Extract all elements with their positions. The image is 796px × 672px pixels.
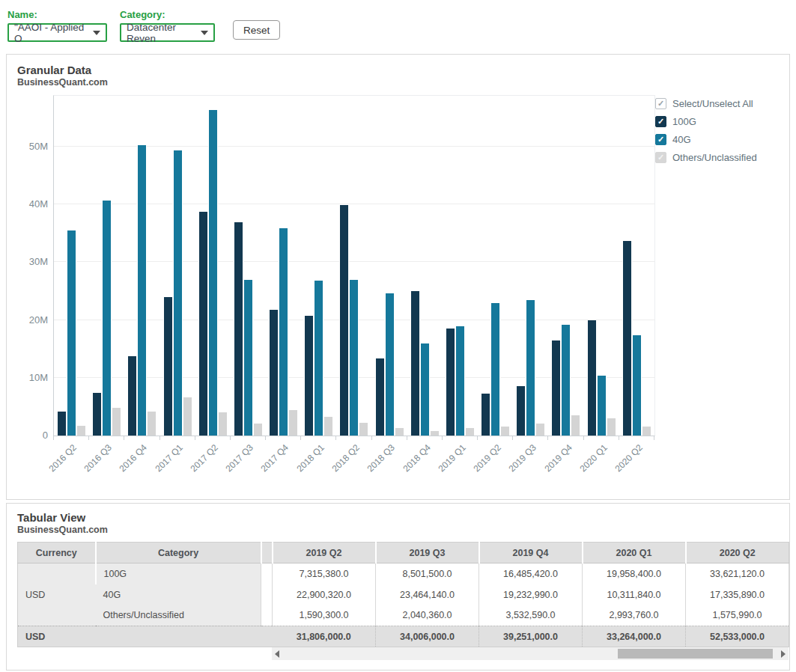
category-select-value: Datacenter Reven bbox=[127, 22, 196, 44]
bar-40g-2018-q1[interactable] bbox=[314, 281, 323, 436]
checkbox-icon: ✓ bbox=[655, 152, 666, 163]
bar-others-unclassified-2017-q4[interactable] bbox=[288, 410, 298, 436]
scroll-left-icon[interactable] bbox=[275, 650, 279, 658]
footer-total: 31,806,000.0 bbox=[273, 626, 376, 647]
bar-others-unclassified-2016-q2[interactable] bbox=[76, 426, 86, 436]
bar-40g-2018-q2[interactable] bbox=[349, 280, 359, 436]
x-axis-label-cell: 2019 Q4 bbox=[549, 436, 584, 478]
scrollbar-thumb[interactable] bbox=[618, 649, 773, 659]
bar-40g-2016-q4[interactable] bbox=[137, 145, 147, 436]
bar-100g-2019-q1[interactable] bbox=[446, 329, 455, 436]
bar-100g-2020-q1[interactable] bbox=[587, 320, 597, 436]
bar-100g-2018-q2[interactable] bbox=[339, 205, 349, 436]
legend-label: 100G bbox=[672, 116, 696, 127]
bar-group-2016-q2 bbox=[54, 96, 89, 436]
bar-others-unclassified-2019-q2[interactable] bbox=[500, 427, 510, 436]
bar-100g-2018-q1[interactable] bbox=[304, 316, 314, 436]
bar-100g-2019-q3[interactable] bbox=[516, 386, 526, 436]
bar-100g-2016-q4[interactable] bbox=[127, 356, 137, 436]
bar-others-unclassified-2019-q4[interactable] bbox=[571, 415, 580, 436]
legend-item-40g[interactable]: ✓40G bbox=[655, 134, 779, 145]
legend-item-others-unclassified[interactable]: ✓Others/Unclassified bbox=[655, 152, 779, 163]
bar-others-unclassified-2018-q1[interactable] bbox=[323, 417, 333, 436]
cell-value: 2,040,360.0 bbox=[376, 605, 479, 626]
cell-value: 3,532,590.0 bbox=[479, 605, 583, 626]
bar-group-2019-q1 bbox=[443, 96, 478, 436]
bar-40g-2019-q4[interactable] bbox=[561, 325, 571, 436]
cell-value: 8,501,500.0 bbox=[376, 563, 479, 584]
bar-100g-2019-q2[interactable] bbox=[481, 394, 490, 436]
bar-100g-2017-q1[interactable] bbox=[163, 297, 173, 436]
bar-40g-2016-q2[interactable] bbox=[67, 230, 76, 436]
y-axis-label: 30M bbox=[18, 256, 48, 267]
bar-40g-2017-q1[interactable] bbox=[173, 150, 183, 436]
bar-100g-2017-q2[interactable] bbox=[198, 212, 208, 436]
name-select[interactable]: "AAOI - Applied O bbox=[7, 23, 107, 42]
bar-40g-2016-q3[interactable] bbox=[102, 201, 112, 436]
bar-100g-2016-q3[interactable] bbox=[92, 393, 102, 436]
bar-others-unclassified-2020-q2[interactable] bbox=[642, 427, 651, 436]
bar-others-unclassified-2019-q3[interactable] bbox=[535, 424, 545, 436]
bar-others-unclassified-2017-q1[interactable] bbox=[183, 397, 192, 436]
footer-currency: USD bbox=[18, 626, 96, 647]
x-axis-label-cell: 2018 Q4 bbox=[407, 436, 443, 478]
bar-100g-2020-q2[interactable] bbox=[622, 241, 632, 436]
scroll-right-icon[interactable] bbox=[781, 650, 786, 658]
cell-value: 7,315,380.0 bbox=[273, 563, 376, 584]
bar-40g-2019-q3[interactable] bbox=[526, 300, 535, 436]
bar-group-2016-q3 bbox=[89, 96, 124, 436]
bar-40g-2018-q3[interactable] bbox=[385, 293, 395, 436]
x-axis-label-cell: 2019 Q3 bbox=[514, 436, 549, 478]
bar-40g-2017-q2[interactable] bbox=[208, 110, 218, 436]
horizontal-scrollbar[interactable] bbox=[272, 647, 789, 660]
x-axis-label-cell: 2019 Q1 bbox=[443, 436, 478, 478]
bar-40g-2019-q1[interactable] bbox=[455, 326, 465, 436]
col-header-2019-q2: 2019 Q2 bbox=[273, 543, 376, 563]
chevron-down-icon bbox=[93, 31, 100, 35]
reset-button[interactable]: Reset bbox=[233, 20, 280, 40]
name-select-value: "AAOI - Applied O bbox=[14, 22, 88, 44]
bar-others-unclassified-2017-q2[interactable] bbox=[218, 412, 228, 436]
x-axis-label-cell: 2019 Q2 bbox=[478, 436, 514, 478]
filter-toolbar: Name: "AAOI - Applied O Category: Datace… bbox=[0, 0, 796, 49]
bar-100g-2018-q4[interactable] bbox=[410, 291, 420, 436]
bar-100g-2017-q4[interactable] bbox=[269, 310, 279, 436]
cell-value: 10,311,840.0 bbox=[583, 584, 686, 605]
cell-value: 19,958,400.0 bbox=[583, 563, 686, 584]
data-table: CurrencyCategory2019 Q22019 Q32019 Q4202… bbox=[17, 542, 789, 647]
bar-40g-2020-q2[interactable] bbox=[632, 335, 642, 436]
category-select[interactable]: Datacenter Reven bbox=[120, 23, 215, 42]
bar-40g-2019-q2[interactable] bbox=[490, 303, 500, 436]
bar-100g-2016-q2[interactable] bbox=[57, 412, 67, 436]
legend-item-select-unselect-all[interactable]: ✓Select/Unselect All bbox=[655, 98, 779, 109]
cell-spacer bbox=[261, 605, 273, 626]
bar-others-unclassified-2019-q1[interactable] bbox=[465, 428, 475, 436]
x-axis-label-cell: 2018 Q3 bbox=[372, 436, 407, 478]
bar-others-unclassified-2018-q2[interactable] bbox=[359, 423, 368, 436]
bar-others-unclassified-2018-q4[interactable] bbox=[430, 431, 440, 436]
legend-item-100g[interactable]: ✓100G bbox=[655, 116, 779, 127]
bar-40g-2018-q4[interactable] bbox=[420, 343, 430, 436]
cell-value: 33,621,120.0 bbox=[686, 563, 789, 584]
bar-others-unclassified-2016-q4[interactable] bbox=[147, 412, 157, 436]
bar-100g-2019-q4[interactable] bbox=[551, 340, 561, 436]
category-label: Category: bbox=[120, 9, 215, 20]
y-axis-label: 20M bbox=[18, 314, 48, 326]
cell-category: Others/Unclassified bbox=[96, 605, 261, 626]
bar-100g-2018-q3[interactable] bbox=[375, 358, 385, 436]
name-label: Name: bbox=[7, 9, 107, 20]
bar-others-unclassified-2018-q3[interactable] bbox=[395, 428, 404, 436]
cell-currency: USD bbox=[18, 563, 96, 626]
table-row: Others/Unclassified1,590,300.02,040,360.… bbox=[18, 605, 789, 626]
bar-others-unclassified-2020-q1[interactable] bbox=[607, 418, 616, 436]
bar-40g-2017-q4[interactable] bbox=[279, 228, 288, 436]
cell-value: 19,232,990.0 bbox=[479, 584, 583, 605]
bar-others-unclassified-2017-q3[interactable] bbox=[253, 424, 263, 436]
cell-value: 1,575,990.0 bbox=[686, 605, 789, 626]
bar-40g-2017-q3[interactable] bbox=[243, 280, 253, 436]
col-header-2020-q1: 2020 Q1 bbox=[583, 543, 686, 563]
bar-100g-2017-q3[interactable] bbox=[234, 222, 243, 436]
legend-label: 40G bbox=[672, 134, 691, 145]
bar-others-unclassified-2016-q3[interactable] bbox=[112, 408, 121, 436]
bar-40g-2020-q1[interactable] bbox=[597, 376, 607, 436]
